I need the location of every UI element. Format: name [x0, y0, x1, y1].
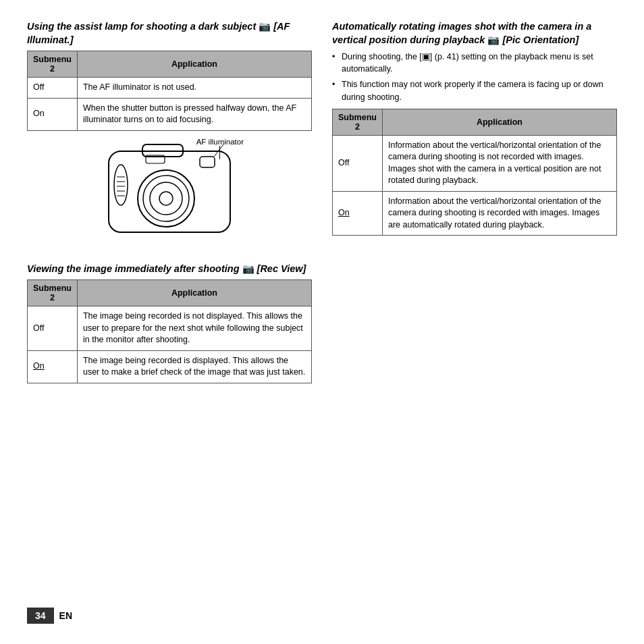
svg-point-4 [150, 182, 182, 215]
camera-icon-2: 📷 [242, 263, 257, 274]
af-illuminator-title: Using the assist lamp for shooting a dar… [27, 20, 312, 47]
page-number: 34 [27, 608, 54, 624]
rec-table-col1-header: Submenu 2 [28, 280, 78, 306]
pic-on-label: On [333, 191, 383, 236]
table-row: Off Information about the vertical/horiz… [333, 135, 617, 191]
af-table-col1-header: Submenu 2 [28, 51, 78, 78]
pic-orientation-table: Submenu 2 Application Off Information ab… [332, 109, 617, 236]
rec-on-app: The image being recorded is displayed. T… [77, 350, 311, 383]
bullet-1: During shooting, the [▣] (p. 41) setting… [332, 51, 617, 75]
af-illuminator-label: AF illuminator [196, 138, 244, 146]
af-illuminator-section: Using the assist lamp for shooting a dar… [27, 20, 312, 249]
af-off-app: The AF illuminator is not used. [77, 78, 311, 99]
svg-point-5 [159, 192, 173, 205]
table-row: Off The image being recorded is not disp… [28, 306, 312, 351]
camera-diagram-container: AF illuminator [27, 138, 312, 246]
pic-orientation-bullets: During shooting, the [▣] (p. 41) setting… [332, 51, 617, 103]
af-off-label: Off [28, 78, 78, 99]
rec-off-app: The image being recorded is not displaye… [77, 306, 311, 351]
right-column: Automatically rotating images shot with … [332, 20, 617, 601]
pic-off-label: Off [333, 135, 383, 191]
af-table-col2-header: Application [77, 51, 311, 78]
camera-icon-3: 📷 [487, 34, 502, 45]
bullet-2: This function may not work properly if t… [332, 78, 617, 103]
pic-on-app: Information about the vertical/horizonta… [382, 191, 616, 236]
pic-orientation-section: Automatically rotating images shot with … [332, 20, 617, 236]
rec-view-table: Submenu 2 Application Off The image bein… [27, 279, 312, 383]
page: Using the assist lamp for shooting a dar… [0, 0, 644, 644]
svg-point-2 [138, 170, 194, 227]
table-row: On Information about the vertical/horizo… [333, 191, 617, 236]
camera-icon-1: 📷 [259, 21, 273, 32]
rec-table-col2-header: Application [77, 280, 311, 306]
pic-table-col1-header: Submenu 2 [333, 109, 383, 135]
rec-view-title: Viewing the image immediately after shoo… [27, 263, 312, 276]
table-row: On The image being recorded is displayed… [28, 350, 312, 383]
table-row: On When the shutter button is pressed ha… [28, 98, 312, 130]
left-column: Using the assist lamp for shooting a dar… [27, 20, 312, 601]
pic-off-app: Information about the vertical/horizonta… [382, 135, 616, 191]
rec-off-label: Off [28, 306, 78, 351]
af-illuminator-table: Submenu 2 Application Off The AF illumin… [27, 51, 312, 131]
af-on-label: On [28, 98, 78, 130]
pic-orientation-title: Automatically rotating images shot with … [332, 20, 617, 47]
rec-on-label: On [28, 350, 78, 383]
language-label: EN [59, 610, 72, 621]
pic-table-col2-header: Application [382, 109, 616, 135]
table-row: Off The AF illuminator is not used. [28, 78, 312, 99]
content-area: Using the assist lamp for shooting a dar… [27, 20, 617, 601]
svg-point-9 [114, 165, 128, 205]
rec-view-section: Viewing the image immediately after shoo… [27, 263, 312, 383]
footer: 34 EN [27, 601, 617, 624]
af-on-app: When the shutter button is pressed halfw… [77, 98, 311, 130]
